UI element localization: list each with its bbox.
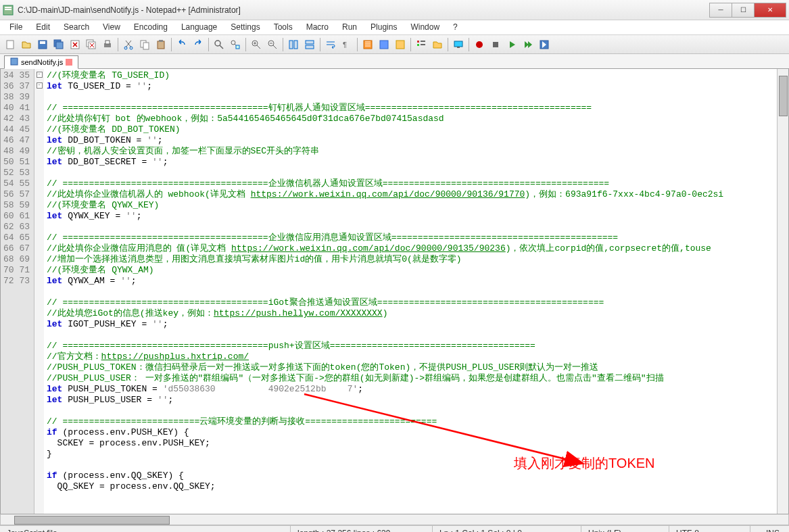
redo-icon[interactable] (191, 37, 206, 52)
svg-rect-33 (421, 41, 425, 42)
menu-edit[interactable]: Edit (29, 20, 57, 34)
svg-rect-35 (421, 44, 425, 45)
tab-close-icon[interactable] (66, 59, 72, 66)
vertical-scrollbar[interactable] (777, 69, 788, 514)
scrollbar-thumb[interactable] (14, 516, 170, 525)
folder-icon[interactable] (430, 37, 445, 52)
save-icon[interactable] (35, 37, 50, 52)
svg-rect-16 (143, 43, 149, 49)
print-icon[interactable] (100, 37, 115, 52)
copy-icon[interactable] (137, 37, 152, 52)
menu-[interactable]: ? (446, 20, 464, 34)
close-button[interactable]: ✕ (754, 3, 786, 18)
line-gutter: 34 35 36 37 38 39 40 41 42 43 44 45 46 4… (1, 69, 34, 514)
svg-rect-18 (159, 40, 163, 42)
menubar: FileEditSearchViewEncodingLanguageSettin… (0, 20, 789, 35)
toolbar-separator (283, 38, 283, 51)
save-macro-icon[interactable] (537, 37, 552, 52)
close-all-icon[interactable] (84, 37, 99, 52)
svg-point-38 (476, 41, 483, 48)
svg-rect-2 (5, 9, 11, 10)
status-length: length : 27,356 lines : 639 (291, 526, 433, 532)
close-file-icon[interactable] (68, 37, 82, 52)
stop-icon[interactable] (488, 37, 503, 52)
tab-label: sendNotify.js (21, 58, 63, 66)
tabbar: sendNotify.js (0, 54, 789, 69)
statusbar: JavaScript file length : 27,356 lines : … (0, 525, 789, 532)
play-icon[interactable] (504, 37, 519, 52)
menu-view[interactable]: View (96, 20, 127, 34)
svg-rect-31 (396, 41, 404, 49)
paste-icon[interactable] (153, 37, 168, 52)
toolbar-separator (208, 38, 209, 51)
toolbar-separator (448, 38, 448, 51)
svg-rect-27 (306, 45, 314, 49)
play-multi-icon[interactable] (521, 37, 535, 52)
menu-tools[interactable]: Tools (267, 20, 300, 34)
lang-icon[interactable] (377, 37, 391, 52)
indent-guide-icon[interactable] (360, 37, 375, 52)
new-file-icon[interactable] (3, 37, 18, 52)
maximize-button[interactable]: ☐ (732, 3, 755, 18)
cut-icon[interactable] (121, 37, 136, 52)
scrollbar-thumb[interactable] (779, 76, 788, 116)
minimize-button[interactable]: ─ (709, 3, 732, 18)
code-area[interactable]: //(环境变量名 TG_USER_ID) let TG_USER_ID = ''… (44, 69, 777, 514)
wordwrap-icon[interactable] (323, 37, 338, 52)
svg-rect-17 (158, 41, 164, 49)
toolbar-separator (320, 38, 320, 51)
toolbar-separator (357, 38, 358, 51)
svg-rect-34 (417, 44, 419, 46)
svg-rect-12 (105, 41, 110, 44)
svg-rect-26 (306, 41, 314, 44)
titlebar: C:\JD-main\JD-main\sendNotify.js - Notep… (0, 0, 789, 20)
menu-macro[interactable]: Macro (300, 20, 335, 34)
open-file-icon[interactable] (19, 37, 34, 52)
toolbar-separator (118, 38, 118, 51)
file-icon (10, 57, 18, 67)
replace-icon[interactable] (228, 37, 243, 52)
status-position: Ln : 1 Col : 1 Sel : 0 | 0 (433, 526, 581, 532)
toolbar-separator (410, 38, 411, 51)
show-chars-icon[interactable]: ¶ (339, 37, 354, 52)
menu-plugins[interactable]: Plugins (364, 20, 404, 34)
horizontal-scrollbar[interactable] (0, 514, 789, 525)
func-list-icon[interactable] (414, 37, 429, 52)
record-icon[interactable] (472, 37, 487, 52)
undo-icon[interactable] (174, 37, 189, 52)
status-ins: INS (750, 526, 789, 532)
menu-search[interactable]: Search (57, 20, 96, 34)
tab-sendnotify[interactable]: sendNotify.js (4, 55, 78, 69)
svg-rect-3 (7, 41, 14, 49)
annotation-text: 填入刚才复制的TOKEN (514, 454, 655, 473)
svg-rect-36 (454, 41, 462, 47)
svg-rect-32 (417, 41, 419, 43)
menu-run[interactable]: Run (335, 20, 364, 34)
window-controls: ─ ☐ ✕ (710, 3, 786, 18)
status-eol: Unix (LF) (581, 526, 669, 532)
app-icon (3, 5, 14, 16)
svg-rect-5 (40, 41, 45, 44)
zoom-in-icon[interactable] (249, 37, 264, 52)
svg-rect-41 (11, 58, 18, 65)
menu-file[interactable]: File (3, 20, 29, 34)
svg-rect-37 (457, 47, 460, 48)
menu-encoding[interactable]: Encoding (127, 20, 174, 34)
save-all-icon[interactable] (51, 37, 66, 52)
toolbar-separator (171, 38, 172, 51)
menu-language[interactable]: Language (174, 20, 224, 34)
doc-map-icon[interactable] (393, 37, 408, 52)
svg-rect-1 (5, 7, 11, 8)
toolbar-separator (245, 38, 246, 51)
menu-window[interactable]: Window (404, 20, 446, 34)
svg-point-19 (215, 41, 220, 46)
sync-v-icon[interactable] (286, 37, 301, 52)
editor: 34 35 36 37 38 39 40 41 42 43 44 45 46 4… (0, 69, 789, 514)
svg-rect-24 (289, 41, 293, 49)
svg-rect-30 (380, 41, 388, 49)
monitor-icon[interactable] (451, 37, 466, 52)
zoom-out-icon[interactable] (265, 37, 280, 52)
find-icon[interactable] (212, 37, 226, 52)
sync-h-icon[interactable] (302, 37, 317, 52)
menu-settings[interactable]: Settings (224, 20, 266, 34)
